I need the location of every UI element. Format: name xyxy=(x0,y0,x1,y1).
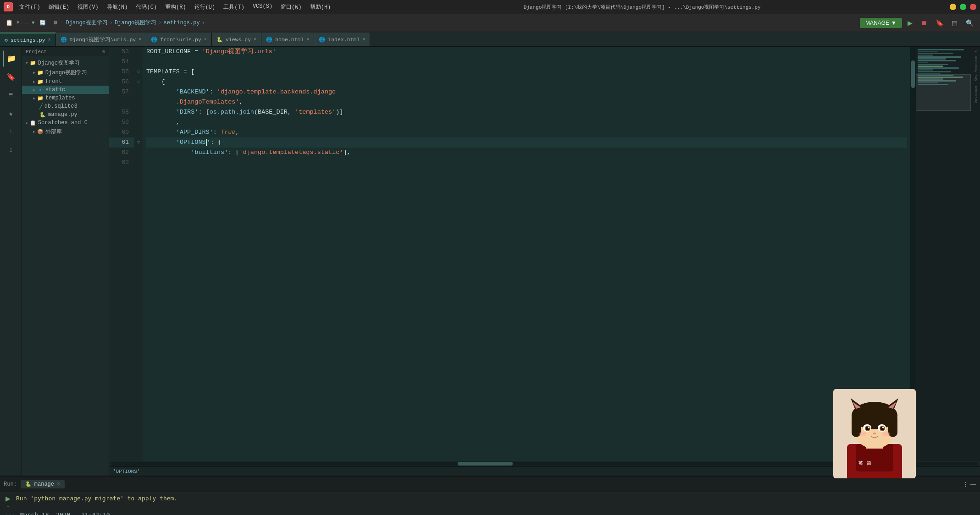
line-numbers: 53 54 55 56 57 · 58 59 60 61 62 63 xyxy=(109,47,134,461)
fold-59 xyxy=(134,117,143,127)
tab-home-close[interactable]: × xyxy=(306,37,309,42)
project-dropdown[interactable]: P... ▼ xyxy=(17,20,35,26)
tree-external-label: 外部库 xyxy=(45,128,62,136)
code-lines[interactable]: ROOT_URLCONF = 'Django视图学习.urls' TEMPLAT… xyxy=(143,47,910,461)
menu-code[interactable]: 代码(C) xyxy=(132,2,161,12)
sync-icon[interactable]: 🔄 xyxy=(37,18,49,27)
tab-front-urls[interactable]: 🌐 front\urls.py × xyxy=(146,33,212,46)
tab-views-label: views.py xyxy=(226,37,251,43)
project-view-icon[interactable]: 📁 xyxy=(3,50,19,67)
run-up-button[interactable]: ↑ xyxy=(6,504,11,510)
breadcrumb-root[interactable]: Django视图学习 xyxy=(66,19,108,27)
run-panel: Run: 🐍 manage × ⋮ — ▶ ↑ Run 'python mana… xyxy=(0,476,980,515)
menu-window[interactable]: 窗口(W) xyxy=(277,2,305,12)
menu-view[interactable]: 视图(V) xyxy=(74,2,102,12)
tree-templates-folder[interactable]: ▶ 📁 templates xyxy=(22,94,109,102)
tab-settings-close[interactable]: × xyxy=(48,38,51,43)
config-icon[interactable]: ⚙ xyxy=(50,18,61,27)
menu-nav[interactable]: 导航(N) xyxy=(103,2,132,12)
layout-button[interactable]: ▤ xyxy=(949,17,960,28)
app-logo: D xyxy=(4,2,13,11)
stop-button[interactable]: ⏹ xyxy=(918,17,930,28)
breadcrumb-mid[interactable]: Django视图学习 xyxy=(115,19,156,27)
run-panel-minimize-icon[interactable]: — xyxy=(970,481,976,488)
run-panel-more-icon[interactable]: ⋮ xyxy=(963,481,969,488)
tab-views-close[interactable]: × xyxy=(254,37,256,42)
tab-views-py[interactable]: 🐍 views.py × xyxy=(212,33,261,46)
minimap-viewport[interactable] xyxy=(916,74,971,111)
bookmark-button[interactable]: 🔖 xyxy=(933,17,946,28)
maximize-button[interactable] xyxy=(960,4,966,10)
code-61-brace: { xyxy=(218,137,221,148)
tree-manage-file[interactable]: 🐍 manage.py xyxy=(22,110,109,119)
run-tab-close[interactable]: × xyxy=(57,481,60,488)
code-60-key: 'APP_DIRS' xyxy=(176,127,213,137)
code-60-true: True xyxy=(221,127,235,137)
minimap-line-8 xyxy=(918,62,928,63)
tree-db-file[interactable]: ╱ db.sqlite3 xyxy=(22,102,109,110)
code-line-57: 'BACKEND' : 'django.template.backends.dj… xyxy=(146,87,907,97)
code-62-colon: : xyxy=(228,148,235,158)
favorites-view-icon[interactable]: ★ xyxy=(3,105,19,122)
code-62-comma: , xyxy=(347,148,351,158)
menu-bar[interactable]: 文件(F) 编辑(E) 视图(V) 导航(N) 代码(C) 重构(R) 运行(U… xyxy=(16,2,334,12)
manage-button[interactable]: MANAGE ▼ xyxy=(860,18,902,28)
toolbar-actions: MANAGE ▼ ▶ ⏹ 🔖 ▤ 🔍 xyxy=(860,17,976,28)
tab-django-urls-close[interactable]: × xyxy=(138,37,141,42)
sidebar-header: Project ⚙ xyxy=(22,47,109,56)
run-panel-header: Run: 🐍 manage × ⋮ — xyxy=(0,477,980,492)
scrollbar-thumb[interactable] xyxy=(911,60,915,88)
num-icon-2[interactable]: 2 xyxy=(3,142,19,159)
tab-home-html[interactable]: 🌐 home.html × xyxy=(261,33,314,46)
menu-file[interactable]: 文件(F) xyxy=(16,2,44,12)
tree-manage-icon: 🐍 xyxy=(39,112,46,118)
tree-db-label: db.sqlite3 xyxy=(44,103,78,110)
menu-tools[interactable]: 工具(T) xyxy=(220,2,248,12)
tree-front-folder[interactable]: ▶ 📁 front xyxy=(22,77,109,86)
tab-index-close[interactable]: × xyxy=(362,37,365,42)
tree-static-folder[interactable]: ▶ 🔹 static xyxy=(22,86,109,94)
breadcrumb-file[interactable]: settings.py xyxy=(163,20,199,26)
key-promoter-icon[interactable]: Key Promoter X xyxy=(973,49,979,83)
title-bar: D 文件(F) 编辑(E) 视图(V) 导航(N) 代码(C) 重构(R) 运行… xyxy=(0,0,980,14)
fold-57 xyxy=(134,87,143,97)
code-62-key: 'builtins' xyxy=(191,148,228,158)
minimap-line-6 xyxy=(918,58,946,60)
minimap xyxy=(916,47,971,461)
database-icon[interactable]: Database xyxy=(973,84,979,105)
menu-run[interactable]: 运行(U) xyxy=(191,2,219,12)
tab-front-urls-close[interactable]: × xyxy=(204,37,207,42)
code-line-62: 'builtins' : [ 'django.templatetags.stat… xyxy=(146,148,907,158)
run-label: Run: xyxy=(4,481,17,488)
bookmark-view-icon[interactable]: 🔖 xyxy=(3,69,19,85)
project-icon[interactable]: 📋 xyxy=(4,17,15,28)
menu-help[interactable]: 帮助(H) xyxy=(306,2,335,12)
sidebar-gear-icon[interactable]: ⚙ xyxy=(102,49,105,55)
tree-external-folder[interactable]: ▶ 📦 外部库 xyxy=(22,127,109,137)
fold-62 xyxy=(134,148,143,158)
h-scroll-thumb[interactable] xyxy=(458,462,513,466)
menu-vcs[interactable]: VCS(S) xyxy=(249,2,276,12)
close-button[interactable] xyxy=(970,4,976,10)
tab-settings-py[interactable]: ⚙ settings.py × xyxy=(0,33,56,46)
menu-edit[interactable]: 编辑(E) xyxy=(45,2,73,12)
tree-django-folder[interactable]: ▶ 📁 Django视图学习 xyxy=(22,68,109,77)
search-everywhere-button[interactable]: 🔍 xyxy=(963,17,976,28)
run-tab-manage[interactable]: 🐍 manage × xyxy=(21,480,65,488)
structure-view-icon[interactable]: ≡ xyxy=(3,87,19,104)
tree-scratches-folder[interactable]: ▶ 📋 Scratches and C xyxy=(22,119,109,127)
run-play-button[interactable]: ▶ xyxy=(6,495,11,502)
minimize-button[interactable] xyxy=(950,4,956,10)
menu-refactor[interactable]: 重构(R) xyxy=(161,2,190,12)
run-controls[interactable]: ▶ ↑ xyxy=(6,495,11,510)
num-icon-1[interactable]: 1 xyxy=(3,124,19,140)
code-line-56: { xyxy=(146,77,907,87)
tab-django-urls[interactable]: 🌐 Django视图学习\urls.py × xyxy=(56,33,147,46)
file-tree: ▼ 📁 Django视图学习 ▶ 📁 Django视图学习 ▶ 📁 front xyxy=(22,56,109,476)
tree-root-folder[interactable]: ▼ 📁 Django视图学习 xyxy=(22,58,109,68)
code-line-58: 'DIRS' : [ os.path.join ( BASE_DIR , 'te… xyxy=(146,107,907,117)
window-controls[interactable] xyxy=(950,4,976,10)
tab-index-html[interactable]: 🌐 index.html × xyxy=(314,33,370,46)
front-urls-icon: 🌐 xyxy=(151,37,157,43)
run-button[interactable]: ▶ xyxy=(905,17,915,28)
